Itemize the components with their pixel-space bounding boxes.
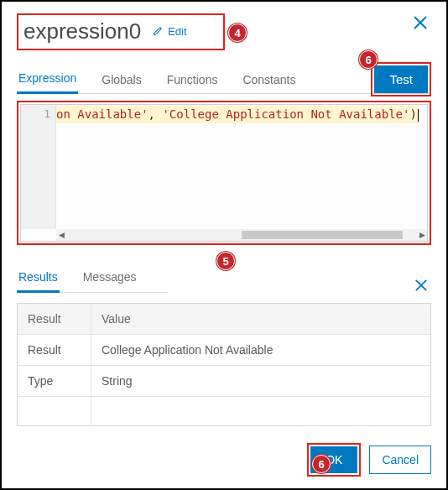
tab-messages[interactable]: Messages (81, 270, 138, 292)
pencil-icon (153, 26, 163, 36)
callout-6-ok: 6 (312, 455, 331, 473)
line-gutter: 1 (21, 105, 56, 229)
scroll-track[interactable] (66, 231, 417, 239)
code-editor[interactable]: 1 on Available', 'College Application No… (20, 104, 428, 242)
scroll-left-icon[interactable]: ◀ (56, 231, 66, 239)
callout-6-test: 6 (359, 50, 378, 69)
tab-globals[interactable]: Globals (100, 73, 143, 93)
horizontal-scrollbar[interactable]: ◀ ▶ (56, 229, 427, 241)
scroll-right-icon[interactable]: ▶ (417, 231, 427, 239)
table-row-empty (18, 397, 430, 425)
callout-5: 5 (216, 252, 235, 270)
tab-functions[interactable]: Functions (165, 73, 220, 93)
edit-name-button[interactable]: Edit (153, 25, 186, 38)
title-edit-group: expression0 Edit (17, 13, 225, 50)
editor-tabs: Expression Globals Functions Constants T… (17, 67, 431, 94)
results-header-row: Result Value (18, 304, 430, 335)
test-button[interactable]: Test (374, 65, 428, 93)
results-tabs: Results Messages (17, 270, 168, 293)
test-button-highlight: Test (371, 62, 431, 96)
expression-builder-dialog: expression0 Edit 4 Expression Globals Fu… (0, 0, 448, 490)
code-editor-highlight: 1 on Available', 'College Application No… (17, 101, 431, 245)
scroll-thumb[interactable] (242, 231, 403, 239)
edit-label: Edit (168, 25, 186, 38)
row-value: College Application Not Available (91, 335, 283, 365)
table-row: Result College Application Not Available (18, 335, 430, 366)
text-cursor (418, 109, 419, 122)
header-value: Value (91, 304, 141, 334)
callout-4: 4 (228, 23, 247, 42)
code-area[interactable]: on Available', 'College Application Not … (56, 105, 427, 229)
row-value: String (91, 366, 143, 396)
table-row: Type String (18, 366, 430, 397)
cancel-button[interactable]: Cancel (369, 446, 431, 474)
tab-constants[interactable]: Constants (241, 73, 297, 93)
tab-expression[interactable]: Expression (17, 71, 78, 94)
header-result: Result (18, 304, 91, 334)
row-key: Type (18, 366, 91, 396)
row-key: Result (18, 335, 91, 365)
results-table: Result Value Result College Application … (17, 303, 431, 426)
close-icon[interactable] (413, 13, 428, 35)
close-results-icon[interactable] (414, 277, 428, 296)
expression-title: expression0 (23, 18, 141, 44)
line-number: 1 (21, 107, 50, 120)
code-line-1: on Available', 'College Application Not … (56, 106, 419, 123)
tab-results[interactable]: Results (17, 270, 60, 293)
